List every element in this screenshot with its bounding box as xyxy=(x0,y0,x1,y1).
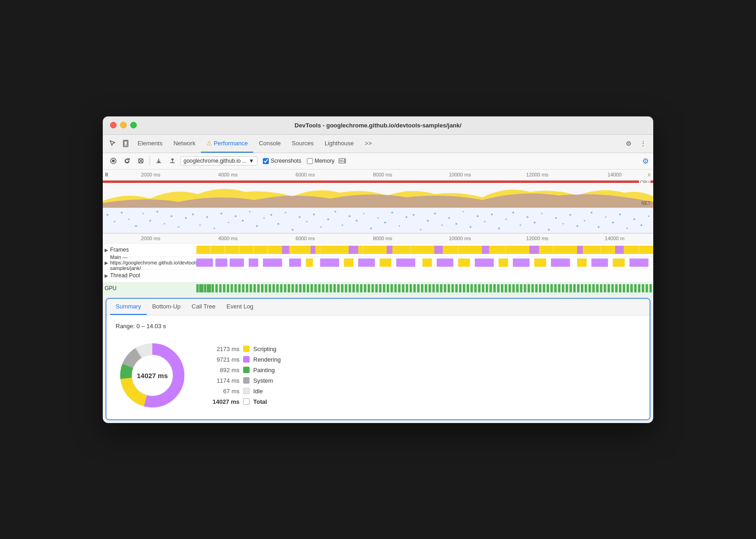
frames-label: ▶ Frames xyxy=(105,247,196,253)
svg-rect-103 xyxy=(615,246,624,254)
svg-rect-130 xyxy=(513,258,529,267)
svg-point-52 xyxy=(391,211,393,213)
tab-lighthouse[interactable]: Lighthouse xyxy=(319,135,360,153)
tab-bottom-up[interactable]: Bottom-Up xyxy=(147,299,186,315)
frames-arrow-icon[interactable]: ▶ xyxy=(105,248,108,253)
pause-icon: ⏸ xyxy=(104,171,109,178)
tab-console[interactable]: Console xyxy=(253,135,286,153)
ruler-marks: 2000 ms 4000 ms 6000 ms 8000 ms 10000 ms… xyxy=(112,172,653,177)
thread-pool-label: ▶ Thread Pool xyxy=(105,272,196,279)
svg-point-33 xyxy=(256,225,258,227)
svg-point-35 xyxy=(270,214,272,215)
svg-point-43 xyxy=(327,218,329,220)
svg-point-60 xyxy=(448,217,450,219)
svg-point-46 xyxy=(349,215,350,217)
svg-point-47 xyxy=(356,220,357,221)
tab-summary[interactable]: Summary xyxy=(110,299,147,315)
device-toggle-icon[interactable] xyxy=(119,137,132,150)
svg-point-39 xyxy=(299,216,300,218)
svg-point-27 xyxy=(214,227,215,229)
svg-rect-97 xyxy=(349,246,358,254)
svg-point-70 xyxy=(520,224,521,226)
nav-right-icons: ⚙ ⋮ xyxy=(622,137,650,150)
svg-rect-117 xyxy=(263,258,282,267)
svg-rect-127 xyxy=(458,258,470,267)
bottom-content: Range: 0 – 14.03 s xyxy=(106,315,650,419)
performance-settings-icon[interactable]: ⚙ xyxy=(642,157,649,165)
donut-center-label: 14027 ms xyxy=(137,371,168,379)
svg-point-29 xyxy=(228,221,229,223)
memory-toggle[interactable]: Memory xyxy=(307,158,334,164)
legend-row-rendering: 9721 ms Rendering xyxy=(207,356,281,363)
tab-more[interactable]: >> xyxy=(359,135,377,153)
svg-point-48 xyxy=(363,213,364,214)
rendering-color xyxy=(243,356,250,363)
svg-rect-124 xyxy=(396,258,416,267)
svg-point-26 xyxy=(206,216,208,218)
svg-point-44 xyxy=(334,210,336,212)
svg-rect-143 xyxy=(196,284,653,292)
warning-icon: ⚠ xyxy=(206,140,212,147)
svg-point-67 xyxy=(498,227,500,229)
minimize-button[interactable] xyxy=(120,122,127,128)
tab-call-tree[interactable]: Call Tree xyxy=(186,299,221,315)
url-selector[interactable]: googlechrome.github.io ... ▼ xyxy=(180,156,257,165)
tab-sources[interactable]: Sources xyxy=(286,135,319,153)
svg-point-14 xyxy=(121,211,122,213)
legend-row-scripting: 2173 ms Scripting xyxy=(207,346,281,352)
inspect-icon[interactable] xyxy=(106,137,119,150)
svg-point-42 xyxy=(320,226,322,227)
thread-pool-arrow-icon[interactable]: ▶ xyxy=(105,273,108,278)
settings-icon[interactable]: ⚙ xyxy=(622,137,635,150)
svg-point-66 xyxy=(491,213,493,215)
svg-point-74 xyxy=(548,229,550,231)
svg-point-54 xyxy=(406,216,407,218)
tab-network[interactable]: Network xyxy=(168,135,201,153)
svg-point-17 xyxy=(142,213,144,214)
svg-rect-128 xyxy=(475,258,494,267)
screenshots-toggle[interactable]: Screenshots xyxy=(263,158,301,164)
svg-point-18 xyxy=(149,220,151,221)
svg-rect-134 xyxy=(591,258,608,267)
svg-point-72 xyxy=(534,221,535,223)
main-label: ▶ Main — https://googlechrome.github.io/… xyxy=(105,254,196,271)
svg-point-88 xyxy=(648,215,649,217)
svg-point-40 xyxy=(306,220,307,222)
more-options-icon[interactable]: ⋮ xyxy=(637,137,650,150)
export-button[interactable] xyxy=(153,155,165,167)
timeline-tracks: 2000 ms 4000 ms 6000 ms 8000 ms 10000 ms… xyxy=(103,233,653,295)
svg-rect-135 xyxy=(613,258,625,267)
maximize-button[interactable] xyxy=(130,122,137,128)
total-color xyxy=(243,398,250,405)
svg-rect-96 xyxy=(311,246,315,254)
clear-button[interactable] xyxy=(135,155,147,167)
close-button[interactable] xyxy=(110,122,117,128)
fps-meter-icon[interactable] xyxy=(336,155,348,167)
idle-color xyxy=(243,388,250,394)
idle-name: Idle xyxy=(253,388,263,395)
legend: 2173 ms Scripting 9721 ms Rendering 892 … xyxy=(207,346,281,405)
svg-point-69 xyxy=(512,211,514,213)
end-marker: ⏸ xyxy=(647,172,651,177)
svg-rect-101 xyxy=(529,246,539,254)
svg-point-85 xyxy=(627,227,628,229)
svg-rect-131 xyxy=(534,258,546,267)
svg-rect-102 xyxy=(577,246,583,254)
donut-chart: 14027 ms xyxy=(116,339,189,412)
svg-point-58 xyxy=(434,212,436,214)
record-button[interactable] xyxy=(107,155,119,167)
dropdown-arrow-icon: ▼ xyxy=(249,158,254,164)
tab-event-log[interactable]: Event Log xyxy=(221,299,259,315)
svg-point-41 xyxy=(313,213,315,215)
tab-elements[interactable]: Elements xyxy=(132,135,168,153)
scripting-color xyxy=(243,346,250,352)
svg-rect-122 xyxy=(358,258,375,267)
tab-performance[interactable]: ⚠ Performance xyxy=(201,135,253,153)
main-arrow-icon[interactable]: ▶ xyxy=(105,260,108,265)
import-button[interactable] xyxy=(167,155,178,167)
svg-rect-119 xyxy=(306,258,313,267)
svg-point-83 xyxy=(612,221,614,223)
reload-button[interactable] xyxy=(121,155,133,167)
network-chart xyxy=(103,208,653,233)
svg-rect-118 xyxy=(289,258,301,267)
